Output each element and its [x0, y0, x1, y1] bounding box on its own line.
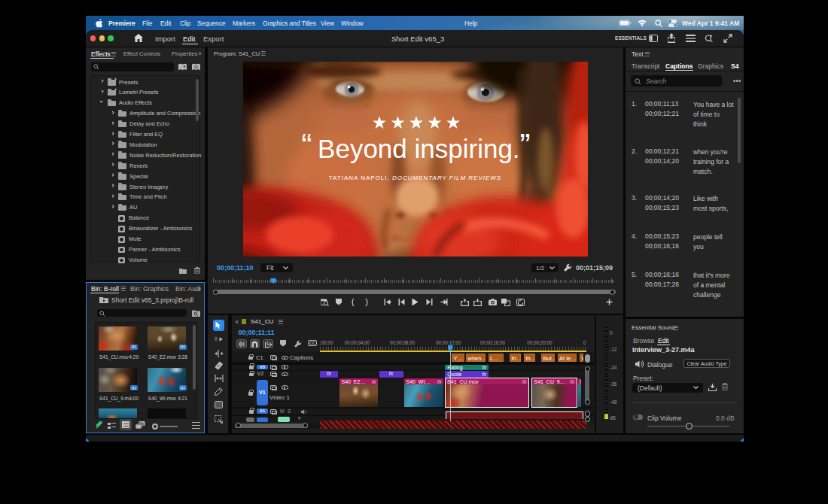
svg-text:32: 32	[193, 65, 198, 69]
